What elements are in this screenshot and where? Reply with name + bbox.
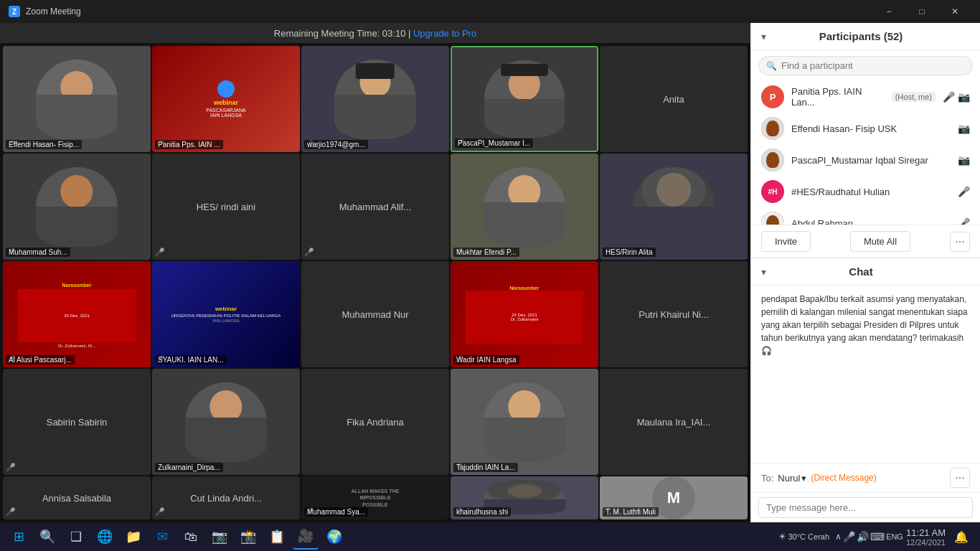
video-cell-6[interactable]: 🎤 Muhammad Suh... (3, 154, 151, 260)
cell-name-16: Sabirin Sabirin (44, 414, 110, 430)
chat-input[interactable] (758, 497, 973, 518)
video-cell-12[interactable]: webinar URGENTAS PENDIDIKAN POLITIK DALA… (152, 261, 300, 367)
video-cell-18[interactable]: Fika Andriana (301, 369, 449, 475)
taskbar-task3[interactable]: 📋 (264, 524, 290, 550)
participant-icons: 🎤 (958, 186, 970, 197)
taskbar-mail[interactable]: ✉ (149, 524, 175, 550)
taskbar-clock[interactable]: 11:21 AM 12/24/2021 (906, 527, 946, 547)
taskbar-photos[interactable]: 📷 (207, 524, 232, 550)
mute-all-button[interactable]: Mute All (850, 231, 910, 252)
video-cell-14[interactable]: Narasumber 24 Des. 2021Dr. Zulkarnaini 🎤… (451, 261, 598, 367)
video-cell-4[interactable]: 🎤 PascaPI_Mustamar I... (451, 46, 598, 152)
taskbar-camera[interactable]: 📸 (235, 524, 261, 550)
video-cell-19[interactable]: 🎤 Tajuddin IAIN La... (451, 369, 598, 475)
list-item[interactable]: Abdul Rahman 🎤 (751, 207, 980, 225)
taskbar-zoom[interactable]: 🎥 (293, 524, 319, 550)
volume-icon[interactable]: 🔊 (857, 531, 869, 542)
list-item[interactable]: P Panitia Pps. IAIN Lan... (Host, me) 🎤 … (751, 81, 980, 113)
cell-name-21: Annisa Salsabila (39, 490, 114, 507)
participants-panel: ▾ Participants (52) 🔍 P Panitia Pps. IAI… (751, 23, 980, 258)
sidebar: ▾ Participants (52) 🔍 P Panitia Pps. IAI… (750, 23, 980, 522)
time-display: 11:21 AM (906, 527, 946, 538)
chat-header: ▾ Chat (751, 258, 980, 286)
cell-name-12: SYAUKI. IAIN LAN... (155, 355, 227, 364)
system-tray: ☀ 30°C Cerah ∧ 🎤 🔊 ⌨ ENG (778, 531, 903, 542)
cam-icon: 📷 (958, 154, 970, 166)
video-cell-25[interactable]: M 🎤 T. M. Luthfi Muli (600, 476, 748, 519)
mic-off-icon: 🎤 (943, 91, 955, 103)
chat-messages: pendapat Bapak/Ibu terkait asumsi yang m… (751, 286, 980, 463)
zoom-icon: Z (9, 6, 20, 17)
video-cell-23[interactable]: ALLAH MAKES THEIMPOSSIBLEPOSSIBLE 🎤 Muha… (301, 476, 449, 519)
video-cell-11[interactable]: Narasumber 24 Des. 2021 Dr. Zulkarnaini,… (3, 261, 151, 367)
invite-button[interactable]: Invite (761, 231, 811, 252)
title-bar-controls: − □ ✕ (872, 0, 971, 23)
keyboard-icon[interactable]: ⌨ (870, 531, 885, 542)
to-label: To: (761, 473, 773, 484)
video-cell-2[interactable]: webinar PASCASARJANA IAIN LANGSA 🎤 Panit… (152, 46, 300, 152)
video-cell-20[interactable]: Maulana Ira_IAI... (600, 369, 748, 475)
taskbar-files[interactable]: 📁 (121, 524, 146, 550)
cell-name-10: HES/Ririn Alita (603, 248, 656, 257)
cell-name-15: Putri Khairul Ni... (636, 306, 712, 323)
taskbar-search[interactable]: 🔍 (34, 524, 60, 550)
participant-icons: 🎤 (958, 217, 970, 225)
cell-name-3: warjio1974@gm... (304, 140, 368, 149)
maximize-button[interactable]: □ (905, 0, 938, 23)
collapse-chat-icon[interactable]: ▾ (761, 266, 766, 278)
video-cell-10[interactable]: HES/Ririn Alita (600, 154, 748, 260)
video-cell-16[interactable]: Sabirin Sabirin 🎤 (3, 369, 151, 475)
notifications-button[interactable]: 🔔 (948, 524, 974, 550)
start-button[interactable]: ⊞ (6, 524, 32, 550)
mute-icon-8: 🎤 (304, 248, 314, 257)
direct-message-label: (Direct Message) (811, 473, 876, 483)
to-recipient-select[interactable]: Nurul ▾ (778, 473, 806, 484)
chat-message-text: pendapat Bapak/Ibu terkait asumsi yang m… (761, 293, 970, 357)
list-item[interactable]: Effendi Hasan- Fisip USK 📷 (751, 113, 980, 144)
title-bar-left: Z Zoom Meeting (9, 6, 81, 17)
cell-name-17: Zulkarnaini_Dirpa... (155, 463, 223, 472)
collapse-participants-icon[interactable]: ▾ (761, 31, 766, 42)
chat-to-bar: To: Nurul ▾ (Direct Message) ··· (751, 463, 980, 492)
video-cell-9[interactable]: 🎤 Mukhtar Efendi P... (451, 154, 598, 260)
chat-more-button[interactable]: ··· (950, 468, 970, 488)
chevron-up-icon[interactable]: ∧ (835, 532, 842, 542)
more-options-button[interactable]: ··· (950, 232, 970, 252)
participant-name: PascaPI_Mustamar Iqbal Siregar (791, 155, 951, 166)
avatar: #H (761, 180, 784, 203)
participant-search-input[interactable] (781, 60, 965, 71)
video-cell-24[interactable]: 🎤 khairulhusna shi (451, 476, 598, 519)
participant-search-bar[interactable]: 🔍 (758, 56, 973, 75)
taskbar-store[interactable]: 🛍 (178, 524, 204, 550)
taskbar-task-view[interactable]: ❑ (63, 524, 89, 550)
participants-header: ▾ Participants (52) (751, 23, 980, 50)
video-cell-1[interactable]: 🎤 Effendi Hasan- Fisip... (3, 46, 151, 152)
mute-icon-16: 🎤 (6, 463, 16, 472)
taskbar: ⊞ 🔍 ❑ 🌐 📁 ✉ 🛍 📷 📸 📋 🎥 🌍 ☀ 30°C Cerah ∧ 🎤… (0, 522, 980, 551)
close-button[interactable]: ✕ (938, 0, 971, 23)
taskbar-chrome[interactable]: 🌍 (321, 524, 347, 550)
title-bar-title: Zoom Meeting (26, 6, 81, 17)
video-cell-13[interactable]: Muhammad Nur (301, 261, 449, 367)
list-item[interactable]: PascaPI_Mustamar Iqbal Siregar 📷 (751, 144, 980, 176)
mic-off-icon: 🎤 (958, 186, 970, 197)
list-item[interactable]: #H #HES/Raudhatul Hulian 🎤 (751, 176, 980, 207)
timer-bar: Remaining Meeting Time: 03:10 | Upgrade … (0, 23, 750, 43)
cell-name-25: T. M. Luthfi Muli (603, 507, 659, 517)
cell-name-7: HES/ rindi aini (194, 199, 258, 215)
timer-text: Remaining Meeting Time: 03:10 | Upgrade … (274, 28, 476, 39)
upgrade-link[interactable]: Upgrade to Pro (413, 28, 476, 39)
video-cell-15[interactable]: Putri Khairul Ni... (600, 261, 748, 367)
video-cell-5[interactable]: Anita (600, 46, 748, 152)
participant-list: P Panitia Pps. IAIN Lan... (Host, me) 🎤 … (751, 81, 980, 225)
video-grid: 🎤 Effendi Hasan- Fisip... webinar PASCAS… (0, 43, 750, 522)
video-cell-3[interactable]: 🎤 warjio1974@gm... (301, 46, 449, 152)
video-cell-8[interactable]: Muhammad Alif... 🎤 (301, 154, 449, 260)
video-cell-21[interactable]: Annisa Salsabila 🎤 (3, 476, 151, 519)
cam-off-icon: 📷 (958, 91, 970, 103)
minimize-button[interactable]: − (872, 0, 905, 23)
video-cell-22[interactable]: Cut Linda Andri... 🎤 (152, 476, 300, 519)
video-cell-17[interactable]: Zulkarnaini_Dirpa... (152, 369, 300, 475)
video-cell-7[interactable]: HES/ rindi aini 🎤 (152, 154, 300, 260)
taskbar-edge[interactable]: 🌐 (92, 524, 118, 550)
